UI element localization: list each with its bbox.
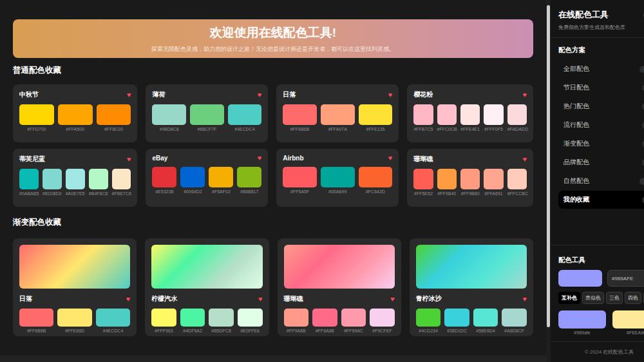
color-mode-button[interactable]: 类似色 bbox=[582, 292, 604, 304]
color-swatch-fill[interactable] bbox=[284, 309, 309, 327]
color-swatch[interactable]: #FF6B6B bbox=[19, 309, 53, 333]
color-swatch-fill[interactable] bbox=[152, 167, 176, 187]
palette-card[interactable]: 珊瑚礁 ♥ #FF5E52 #FF9B40 #FF9B80 #FFA691 #F… bbox=[407, 149, 533, 207]
color-swatch[interactable]: #81D8D0 bbox=[43, 169, 62, 196]
palette-card[interactable]: 中秋节 ♥ #FFD700 #FFA500 #FF8C00 bbox=[13, 84, 137, 142]
color-swatch[interactable]: #FFA500 bbox=[58, 104, 93, 131]
color-swatch[interactable]: #FF9B80 bbox=[460, 169, 480, 196]
color-swatch[interactable]: #4DF5A2 bbox=[180, 309, 205, 333]
color-swatch-fill[interactable] bbox=[484, 169, 503, 189]
color-swatch-fill[interactable] bbox=[437, 169, 457, 189]
color-swatch-fill[interactable] bbox=[19, 104, 54, 125]
color-swatch-fill[interactable] bbox=[484, 104, 503, 125]
color-swatch-fill[interactable] bbox=[416, 309, 441, 327]
color-swatch[interactable]: #4ECDC4 bbox=[96, 309, 130, 333]
sidebar-nav-item[interactable]: 品牌配色 80 bbox=[558, 153, 644, 171]
color-picker-swatch[interactable] bbox=[558, 270, 602, 287]
color-swatch-fill[interactable] bbox=[321, 167, 355, 187]
color-swatch[interactable]: #FFE4E1 bbox=[460, 104, 480, 131]
color-swatch[interactable]: #B5DFC8 bbox=[209, 309, 234, 333]
color-swatch-fill[interactable] bbox=[507, 169, 527, 189]
generated-color-swatch[interactable] bbox=[558, 310, 606, 329]
color-swatch-fill[interactable] bbox=[228, 104, 262, 125]
color-swatch[interactable]: #FFF963 bbox=[151, 309, 176, 333]
color-swatch[interactable]: #58E6D4 bbox=[473, 309, 498, 333]
sidebar-nav-item[interactable]: 全部配色 680 bbox=[558, 60, 644, 78]
heart-icon[interactable]: ♥ bbox=[258, 91, 262, 99]
color-swatch[interactable]: #FC642D bbox=[359, 167, 393, 194]
heart-icon[interactable]: ♥ bbox=[258, 296, 263, 303]
color-swatch-fill[interactable] bbox=[473, 309, 498, 327]
color-swatch-fill[interactable] bbox=[19, 169, 39, 189]
heart-icon[interactable]: ♥ bbox=[522, 156, 527, 163]
sidebar-nav-item[interactable]: 热门配色 80 bbox=[558, 97, 644, 115]
color-swatch-fill[interactable] bbox=[460, 104, 480, 125]
heart-icon[interactable]: ♥ bbox=[258, 155, 262, 162]
color-swatch-fill[interactable] bbox=[359, 104, 393, 125]
color-swatch-fill[interactable] bbox=[341, 309, 366, 327]
color-swatch-fill[interactable] bbox=[413, 104, 433, 125]
color-swatch-fill[interactable] bbox=[507, 104, 527, 125]
color-swatch[interactable]: #FFE135 bbox=[359, 104, 393, 131]
generated-color-swatch[interactable] bbox=[612, 310, 644, 329]
color-swatch[interactable]: #B4F8C8 bbox=[89, 169, 108, 196]
gradient-palette-card[interactable]: 珊瑚礁 ♥ #FF9A8B #FF6A88 #FF99AC #F9CFEF bbox=[278, 238, 401, 336]
color-swatch-fill[interactable] bbox=[238, 309, 263, 327]
color-swatch-fill[interactable] bbox=[96, 309, 130, 327]
color-swatch-fill[interactable] bbox=[209, 167, 233, 187]
color-swatch-fill[interactable] bbox=[180, 309, 205, 327]
color-swatch-fill[interactable] bbox=[66, 169, 85, 189]
color-swatch-fill[interactable] bbox=[312, 309, 337, 327]
color-swatch[interactable]: #FF9A8B bbox=[284, 309, 309, 333]
scrollbar-thumb[interactable] bbox=[547, 5, 550, 327]
color-swatch-fill[interactable] bbox=[502, 309, 527, 327]
gradient-palette-card[interactable]: 柠檬汽水 ♥ #FFF963 #4DF5A2 #B5DFC8 #E0FFE6 bbox=[145, 238, 269, 336]
heart-icon[interactable]: ♥ bbox=[522, 91, 527, 99]
color-hex-input[interactable] bbox=[607, 270, 644, 287]
heart-icon[interactable]: ♥ bbox=[522, 296, 527, 303]
palette-card[interactable]: 樱花粉 ♥ #FFB7C5 #FFC0CB #FFE4E1 #FFF0F5 #F… bbox=[407, 84, 533, 142]
color-swatch[interactable]: #F5AF02 bbox=[209, 167, 233, 194]
heart-icon[interactable]: ♥ bbox=[127, 91, 131, 99]
sidebar-nav-item[interactable]: 节日配色 80 bbox=[558, 79, 644, 97]
color-swatch[interactable]: #4ECDC4 bbox=[228, 104, 262, 131]
color-swatch[interactable]: #FFF0F5 bbox=[484, 104, 503, 131]
color-swatch[interactable]: #FFD700 bbox=[19, 104, 54, 131]
color-swatch-fill[interactable] bbox=[209, 309, 234, 327]
palette-card[interactable]: 薄荷 ♥ #98D8C8 #6BCF7F #4ECDC4 bbox=[146, 84, 268, 142]
color-swatch[interactable]: #A0E7E5 bbox=[66, 169, 85, 196]
color-swatch[interactable]: #E0FFE6 bbox=[238, 309, 263, 333]
color-swatch[interactable]: #F9CFEF bbox=[370, 309, 395, 333]
color-swatch[interactable]: #FFA691 bbox=[484, 169, 503, 196]
color-swatch[interactable]: #E53238 bbox=[152, 167, 176, 194]
color-swatch-fill[interactable] bbox=[151, 309, 176, 327]
color-swatch-fill[interactable] bbox=[413, 169, 433, 189]
color-swatch-fill[interactable] bbox=[19, 309, 53, 327]
color-swatch[interactable]: #FF5A5F bbox=[283, 167, 317, 194]
color-swatch-fill[interactable] bbox=[43, 169, 62, 189]
color-swatch[interactable]: #0064D2 bbox=[180, 167, 205, 194]
heart-icon[interactable]: ♥ bbox=[127, 156, 131, 163]
color-swatch[interactable]: #FFC0CB bbox=[437, 104, 457, 131]
color-swatch-fill[interactable] bbox=[237, 167, 261, 187]
color-swatch[interactable]: #FF6A88 bbox=[312, 309, 337, 333]
sidebar-nav-item[interactable]: 渐变配色 60 bbox=[558, 135, 644, 153]
color-swatch[interactable]: #00A699 bbox=[321, 167, 355, 194]
color-swatch-fill[interactable] bbox=[190, 104, 224, 125]
palette-card[interactable]: 日落 ♥ #FF6B6B #FFA07A #FFE135 bbox=[276, 84, 399, 142]
color-swatch[interactable]: #FFA07A bbox=[321, 104, 355, 131]
color-swatch-fill[interactable] bbox=[370, 309, 395, 327]
palette-card[interactable]: eBay ♥ #E53238 #0064D2 #F5AF02 #86B817 bbox=[146, 149, 268, 207]
color-swatch-fill[interactable] bbox=[97, 104, 131, 125]
sidebar-nav-item[interactable]: 我的收藏 12 bbox=[558, 191, 644, 209]
color-swatch[interactable]: #0ABAB5 bbox=[19, 169, 39, 196]
color-swatch[interactable]: #38D1DC bbox=[444, 309, 469, 333]
color-swatch-fill[interactable] bbox=[359, 167, 393, 187]
color-swatch[interactable]: #86B817 bbox=[237, 167, 261, 194]
gradient-palette-card[interactable]: 青柠冰沙 ♥ #4CD234 #38D1DC #58E6D4 #A6D8CF bbox=[410, 238, 533, 336]
color-mode-button[interactable]: 互补色 bbox=[558, 292, 580, 304]
color-swatch-fill[interactable] bbox=[283, 104, 317, 125]
scrollbar-track[interactable] bbox=[546, 0, 551, 362]
color-swatch[interactable]: #FF9B40 bbox=[437, 169, 457, 196]
color-swatch-fill[interactable] bbox=[283, 167, 317, 187]
